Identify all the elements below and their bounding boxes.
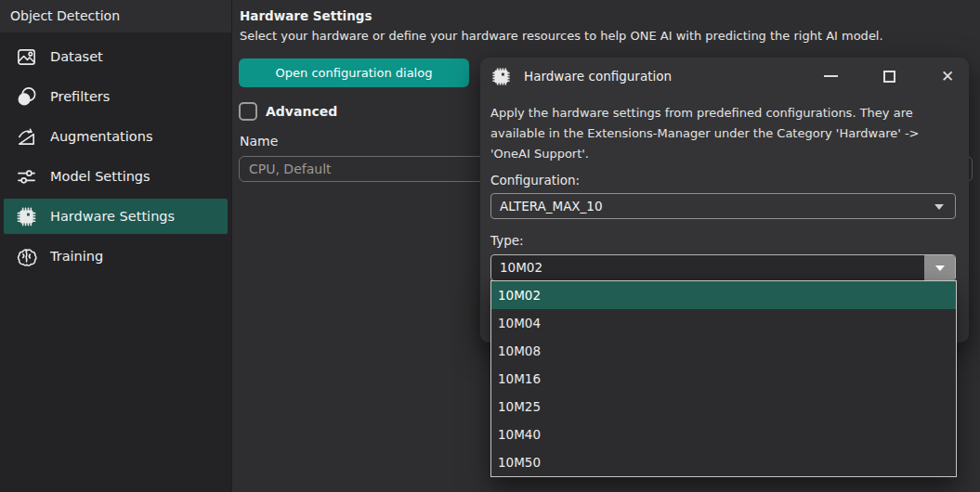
name-input-value: CPU, Default — [249, 162, 332, 176]
sidebar-item-hardware-settings[interactable]: Hardware Settings — [4, 199, 228, 234]
type-select-arrow-button[interactable] — [924, 255, 955, 280]
open-configuration-dialog-button[interactable]: Open configuration dialog — [239, 58, 469, 87]
sidebar-item-label: Model Settings — [50, 169, 150, 184]
configuration-value: ALTERA_MAX_10 — [500, 199, 603, 214]
sidebar-nav: Dataset Prefilters Augmentations Model S… — [0, 32, 231, 274]
type-select[interactable]: 10M02 — [490, 254, 956, 281]
sidebar-item-augmentations[interactable]: Augmentations — [4, 119, 228, 154]
minimize-button[interactable] — [820, 66, 841, 86]
maximize-icon — [883, 71, 895, 83]
sidebar-item-dataset[interactable]: Dataset — [4, 39, 228, 74]
type-option[interactable]: 10M04 — [491, 309, 956, 337]
type-option[interactable]: 10M25 — [491, 393, 956, 421]
sidebar-item-label: Dataset — [50, 49, 103, 64]
app-window: Object Detection Dataset Prefilters Augm… — [0, 0, 980, 492]
sidebar-item-prefilters[interactable]: Prefilters — [4, 79, 228, 114]
configuration-label: Configuration: — [490, 173, 580, 188]
sidebar-item-label: Training — [50, 249, 103, 264]
type-options-dropdown: 10M02 10M04 10M08 10M16 10M25 10M40 10M5… — [490, 280, 957, 477]
chevron-down-icon — [935, 265, 945, 271]
sidebar-title: Object Detection — [0, 0, 231, 32]
chevron-down-icon — [934, 204, 944, 210]
window-controls: ✕ — [782, 66, 958, 86]
advanced-checkbox[interactable] — [239, 102, 257, 121]
minimize-icon — [824, 75, 838, 77]
type-option[interactable]: 10M50 — [491, 448, 956, 476]
page-title: Hardware Settings — [240, 8, 372, 23]
close-icon: ✕ — [941, 69, 954, 84]
contrast-icon — [15, 85, 37, 108]
name-label: Name — [240, 134, 278, 149]
type-label: Type: — [490, 233, 524, 248]
shuffle-icon — [15, 125, 37, 148]
sidebar-item-label: Augmentations — [50, 129, 152, 144]
type-option[interactable]: 10M08 — [491, 337, 956, 365]
brain-icon — [15, 245, 37, 267]
image-icon — [15, 45, 37, 68]
type-option[interactable]: 10M02 — [491, 281, 956, 309]
dialog-titlebar[interactable]: Hardware configuration ✕ — [480, 58, 969, 95]
dialog-description: Apply the hardware settings from predefi… — [490, 103, 962, 164]
chip-icon — [15, 205, 37, 227]
sliders-icon — [15, 165, 37, 188]
advanced-label: Advanced — [266, 104, 337, 119]
advanced-option: Advanced — [239, 102, 337, 121]
type-value: 10M02 — [500, 260, 542, 275]
page-description: Select your hardware or define your hard… — [240, 29, 883, 43]
sidebar: Object Detection Dataset Prefilters Augm… — [0, 0, 232, 492]
dialog-title: Hardware configuration — [524, 69, 672, 84]
chip-icon — [490, 66, 512, 87]
sidebar-item-model-settings[interactable]: Model Settings — [4, 159, 228, 194]
sidebar-item-label: Prefilters — [50, 89, 110, 104]
close-button[interactable]: ✕ — [937, 66, 958, 86]
type-option[interactable]: 10M40 — [491, 421, 956, 448]
configuration-select[interactable]: ALTERA_MAX_10 — [490, 193, 956, 219]
sidebar-item-training[interactable]: Training — [4, 239, 228, 274]
maximize-button[interactable] — [879, 66, 899, 86]
type-option[interactable]: 10M16 — [491, 365, 956, 393]
sidebar-item-label: Hardware Settings — [50, 209, 175, 224]
